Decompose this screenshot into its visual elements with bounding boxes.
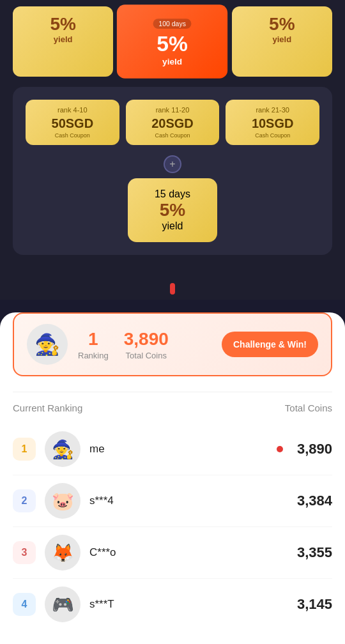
rank-badge: 2 bbox=[13, 489, 36, 512]
ranking-item: 4🎮s***T3,145 bbox=[13, 579, 332, 630]
rank-prize-card-3: rank 21-30 10SGD Cash Coupon bbox=[226, 100, 319, 145]
banner-avatar-icon: 🧙 bbox=[34, 332, 60, 356]
user-avatar: 🎮 bbox=[45, 586, 80, 622]
user-name: s***4 bbox=[89, 494, 288, 507]
banner-avatar: 🧙 bbox=[27, 324, 68, 365]
plus-icon: + bbox=[164, 155, 181, 173]
top-section: 5% yield 100 days 5% yield 5% yield rank… bbox=[0, 0, 345, 278]
coin-count: 3,145 bbox=[297, 596, 332, 613]
ranking-stat: 1 Ranking bbox=[78, 329, 109, 360]
banner-coins-number: 3,890 bbox=[124, 329, 169, 349]
rank-prize-card-1: rank 4-10 50SGD Cash Coupon bbox=[26, 100, 119, 145]
current-ranking-title: Current Ranking bbox=[13, 402, 82, 413]
rank-row: rank 4-10 50SGD Cash Coupon rank 11-20 2… bbox=[26, 100, 319, 145]
ranking-item: 3🦊C***o3,355 bbox=[13, 527, 332, 578]
bottom-section: 🧙 1 Ranking 3,890 Total Coins Challenge … bbox=[0, 312, 345, 644]
rank-label-2: rank 11-20 bbox=[131, 106, 215, 114]
rank-label-1: rank 4-10 bbox=[31, 106, 114, 114]
days-badge-center: 100 days bbox=[153, 19, 191, 29]
prize-amount-2: 20SGD bbox=[131, 116, 215, 131]
user-avatar: 🦊 bbox=[45, 535, 80, 571]
yield-card-right: 5% yield bbox=[232, 6, 332, 77]
banner-coins-label: Total Coins bbox=[124, 351, 169, 360]
rank-badge: 3 bbox=[13, 541, 36, 564]
coin-count: 3,355 bbox=[297, 544, 332, 561]
coin-count: 3,384 bbox=[297, 493, 332, 509]
rank-badge: 1 bbox=[13, 438, 36, 461]
coins-stat: 3,890 Total Coins bbox=[124, 329, 169, 360]
prize-amount-3: 10SGD bbox=[231, 116, 314, 131]
active-dot bbox=[277, 446, 283, 452]
plus-divider: + bbox=[26, 155, 319, 173]
yield-percent-left: 5% bbox=[23, 14, 103, 34]
user-name: me bbox=[89, 443, 268, 456]
yield-label-right: yield bbox=[242, 34, 322, 44]
yield-cards-row: 5% yield 100 days 5% yield 5% yield bbox=[13, 0, 332, 77]
section-divider bbox=[13, 392, 332, 392]
ranking-list: 1🧙me3,8902🐷s***43,3843🦊C***o3,3554🎮s***T… bbox=[13, 424, 332, 630]
scroll-indicator bbox=[170, 283, 175, 295]
challenge-button[interactable]: Challenge & Win! bbox=[222, 332, 318, 357]
user-avatar: 🧙 bbox=[45, 431, 80, 467]
user-name: s***T bbox=[89, 598, 288, 611]
total-coins-header: Total Coins bbox=[285, 402, 332, 413]
yield-percent-right: 5% bbox=[242, 14, 322, 34]
rankings-header: Current Ranking Total Coins bbox=[13, 402, 332, 413]
rank-badge: 4 bbox=[13, 593, 36, 616]
ranking-item: 2🐷s***43,384 bbox=[13, 475, 332, 526]
bottom-yield-label: yield bbox=[141, 220, 204, 232]
banner-stats: 1 Ranking 3,890 Total Coins bbox=[78, 329, 211, 360]
prize-type-1: Cash Coupon bbox=[31, 132, 114, 139]
banner-rank-label: Ranking bbox=[78, 351, 109, 360]
yield-card-center: 100 days 5% yield bbox=[117, 4, 228, 79]
yield-label-left: yield bbox=[23, 34, 103, 44]
bottom-days-badge: 15 days bbox=[141, 188, 204, 200]
rank-prize-card-2: rank 11-20 20SGD Cash Coupon bbox=[126, 100, 220, 145]
challenge-banner: 🧙 1 Ranking 3,890 Total Coins Challenge … bbox=[13, 312, 332, 376]
red-dot-bar bbox=[0, 278, 345, 300]
prize-type-2: Cash Coupon bbox=[131, 132, 215, 139]
yield-percent-center: 5% bbox=[130, 31, 215, 56]
user-avatar: 🐷 bbox=[45, 483, 80, 519]
prize-type-3: Cash Coupon bbox=[231, 132, 314, 139]
coin-count: 3,890 bbox=[297, 441, 332, 457]
rank-prizes-section: rank 4-10 50SGD Cash Coupon rank 11-20 2… bbox=[13, 87, 332, 255]
rank-label-3: rank 21-30 bbox=[231, 106, 314, 114]
prize-amount-1: 50SGD bbox=[31, 116, 114, 131]
yield-label-center: yield bbox=[130, 56, 215, 66]
bottom-yield-percent: 5% bbox=[141, 200, 204, 220]
banner-rank-number: 1 bbox=[78, 329, 109, 349]
yield-card-left: 5% yield bbox=[13, 6, 113, 77]
ranking-item: 1🧙me3,890 bbox=[13, 424, 332, 475]
bottom-yield-card: 15 days 5% yield bbox=[128, 178, 217, 242]
user-name: C***o bbox=[89, 546, 288, 559]
